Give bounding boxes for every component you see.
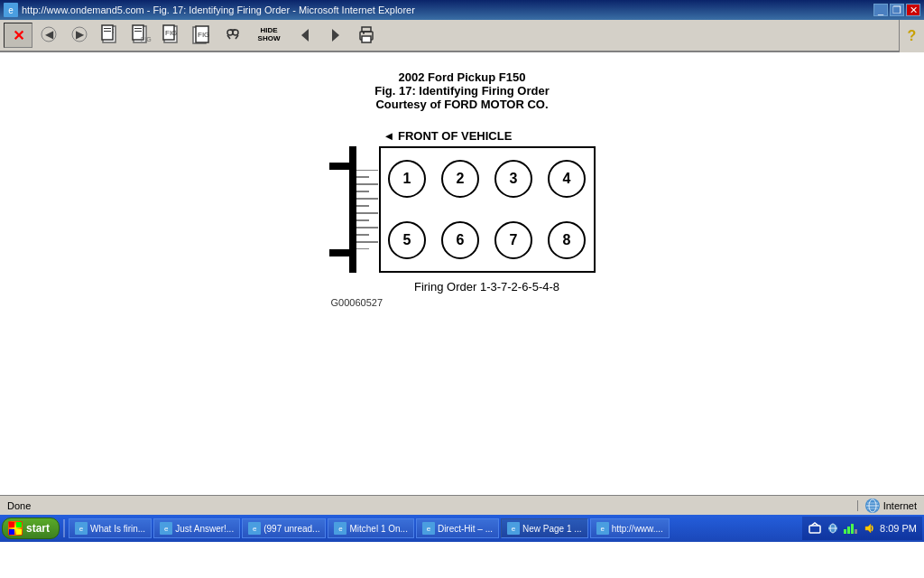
svg-point-22 [227,30,233,35]
zone-label: Internet [883,500,917,511]
close-window-button[interactable]: ✕ [906,4,920,16]
systray-icon-2 [826,521,840,536]
hideshow-label: HIDESHOW [258,27,281,43]
taskbar-item-3-icon: e [248,522,261,535]
svg-text:FIG: FIG [198,31,209,39]
cylinder-1: 1 [381,148,434,210]
fig2-button[interactable]: FIG [126,23,155,48]
help-icon-label: ? [908,28,917,44]
taskbar: start e What Is firin... e Just Answer!.… [0,515,924,542]
svg-rect-50 [9,522,14,527]
fig1-button[interactable] [96,23,125,48]
systray-icon-1 [808,521,822,536]
taskbar-item-3[interactable]: e (997 unread... [242,518,326,538]
svg-rect-53 [16,529,22,535]
svg-marker-62 [865,524,871,533]
find-button[interactable] [218,23,247,48]
cylinder-2: 2 [434,148,487,210]
cylinder-3-circle: 3 [494,160,532,198]
print-icon [356,24,377,46]
systray-icon-volume [862,521,876,536]
toolbar: ✕ ◀ ▶ FIG [0,20,924,52]
crank-bottom-arm [329,249,356,256]
fig4-icon: FIG [191,24,213,46]
title-bar-left: e http://www.ondemand5.com - Fig. 17: Id… [4,3,415,17]
help-button[interactable]: ? [899,20,924,52]
cylinder-4: 4 [541,148,594,210]
svg-text:◀: ◀ [45,28,54,41]
minimize-button[interactable]: _ [873,4,888,16]
svg-rect-13 [134,28,142,29]
hideshow-button[interactable]: HIDESHOW [249,23,289,48]
svg-text:FIG: FIG [165,29,177,37]
taskbar-item-1-label: What Is firin... [90,524,145,534]
taskbar-item-6-label: New Page 1 ... [522,524,582,534]
taskbar-item-5-label: Direct-Hit – ... [438,524,493,534]
taskbar-item-4[interactable]: e Mitchel 1 On... [328,518,413,538]
taskbar-item-4-icon: e [334,522,346,535]
cylinder-8-circle: 8 [548,221,586,259]
svg-rect-31 [362,36,371,42]
svg-text:FIG: FIG [141,36,152,42]
svg-rect-60 [851,524,854,534]
firing-order-label: Firing Order 1-3-7-2-6-5-4-8 [379,280,596,294]
prev-page-button[interactable] [291,23,319,48]
fig1-icon [99,24,121,46]
taskbar-item-5[interactable]: e Direct-Hit – ... [416,518,499,538]
restore-button[interactable]: ❐ [890,4,904,16]
svg-rect-58 [844,529,846,534]
taskbar-item-2-icon: e [160,522,172,535]
cylinder-6: 6 [434,210,487,271]
cylinder-7-circle: 7 [494,221,532,259]
taskbar-item-2-label: Just Answer!... [175,524,234,534]
fig3-button[interactable]: FIG [157,23,186,48]
crank-top-arm [329,163,356,170]
fig4-button[interactable]: FIG [188,23,217,48]
diagram-code: G00060527 [331,297,596,308]
taskbar-item-3-label: (997 unread... [263,524,319,534]
cylinder-1-circle: 1 [388,160,426,198]
forward-button[interactable]: ▶ [65,23,94,48]
stop-button[interactable]: ✕ [4,23,32,48]
taskbar-item-7-label: http://www.... [612,524,663,534]
back-button[interactable]: ◀ [34,23,63,48]
cylinder-3: 3 [487,148,541,210]
svg-rect-59 [847,527,850,534]
taskbar-item-6[interactable]: e New Page 1 ... [501,518,588,538]
cylinder-8: 8 [541,210,594,271]
cylinder-6-circle: 6 [441,221,479,259]
cylinder-5: 5 [381,210,434,271]
print-button[interactable] [352,23,381,48]
taskbar-item-4-label: Mitchel 1 On... [349,524,407,534]
page-title-line1: 2002 Ford Pickup F150 [18,70,906,84]
title-bar-controls: _ ❐ ✕ [873,4,920,16]
forward-icon: ▶ [70,25,88,46]
taskbar-item-1[interactable]: e What Is firin... [69,518,152,538]
taskbar-item-7[interactable]: e http://www.... [590,518,670,538]
svg-rect-52 [9,529,14,535]
find-icon [222,24,244,46]
tick-marks [356,170,378,249]
fig2-icon: FIG [130,24,152,46]
cylinder-4-circle: 4 [548,160,586,198]
status-text: Done [0,500,858,511]
engine-diagram: 1 2 3 4 5 6 [329,146,596,273]
svg-rect-30 [362,27,371,32]
svg-rect-14 [134,31,142,32]
stop-icon: ✕ [13,27,24,44]
page-title-line3: Courtesy of FORD MOTOR CO. [18,98,906,111]
page-content: 2002 Ford Pickup F150 Fig. 17: Identifyi… [0,52,924,344]
start-button[interactable]: start [2,517,60,539]
zone-area: Internet [858,499,924,513]
systray-icon-network [844,521,858,536]
cylinder-block: 1 2 3 4 5 6 [379,146,596,273]
next-page-button[interactable] [321,23,350,48]
taskbar-item-2[interactable]: e Just Answer!... [153,518,240,538]
taskbar-item-5-icon: e [422,522,435,535]
svg-rect-8 [102,25,113,40]
taskbar-item-1-icon: e [75,522,88,535]
svg-rect-51 [16,522,22,527]
svg-rect-32 [363,33,365,34]
taskbar-item-7-icon: e [596,522,609,535]
start-label: start [26,522,50,535]
